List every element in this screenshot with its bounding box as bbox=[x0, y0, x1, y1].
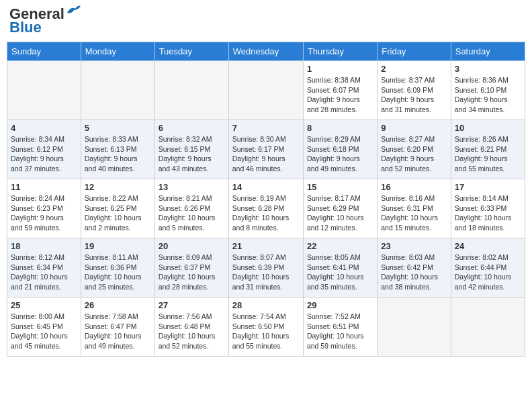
calendar-cell: 29Sunrise: 7:52 AM Sunset: 6:51 PM Dayli… bbox=[303, 298, 377, 357]
day-info: Sunrise: 8:17 AM Sunset: 6:29 PM Dayligh… bbox=[307, 193, 373, 233]
calendar-cell: 24Sunrise: 8:02 AM Sunset: 6:44 PM Dayli… bbox=[451, 238, 525, 298]
calendar-week-row: 1Sunrise: 8:38 AM Sunset: 6:07 PM Daylig… bbox=[7, 61, 525, 120]
calendar-week-row: 4Sunrise: 8:34 AM Sunset: 6:12 PM Daylig… bbox=[7, 120, 525, 179]
day-number: 11 bbox=[11, 182, 77, 192]
logo-bird-icon bbox=[66, 5, 81, 15]
calendar-cell: 8Sunrise: 8:29 AM Sunset: 6:18 PM Daylig… bbox=[303, 120, 377, 179]
day-number: 17 bbox=[455, 182, 521, 192]
logo-blue: Blue bbox=[9, 19, 42, 36]
day-info: Sunrise: 8:33 AM Sunset: 6:13 PM Dayligh… bbox=[85, 134, 151, 174]
day-number: 1 bbox=[307, 64, 373, 74]
calendar-cell: 4Sunrise: 8:34 AM Sunset: 6:12 PM Daylig… bbox=[7, 120, 81, 179]
day-number: 19 bbox=[85, 241, 151, 251]
day-number: 18 bbox=[11, 241, 77, 251]
day-number: 15 bbox=[307, 182, 373, 192]
calendar-cell bbox=[7, 61, 81, 120]
calendar-cell: 20Sunrise: 8:09 AM Sunset: 6:37 PM Dayli… bbox=[154, 238, 228, 298]
day-number: 5 bbox=[85, 123, 151, 133]
day-info: Sunrise: 8:16 AM Sunset: 6:31 PM Dayligh… bbox=[381, 193, 447, 233]
day-info: Sunrise: 8:02 AM Sunset: 6:44 PM Dayligh… bbox=[455, 253, 521, 292]
day-number: 12 bbox=[85, 182, 151, 192]
calendar-cell: 6Sunrise: 8:32 AM Sunset: 6:15 PM Daylig… bbox=[154, 120, 228, 179]
day-info: Sunrise: 8:34 AM Sunset: 6:12 PM Dayligh… bbox=[11, 134, 77, 174]
calendar-cell: 22Sunrise: 8:05 AM Sunset: 6:41 PM Dayli… bbox=[303, 238, 377, 298]
day-info: Sunrise: 8:21 AM Sunset: 6:26 PM Dayligh… bbox=[159, 193, 225, 233]
day-number: 21 bbox=[232, 241, 300, 251]
day-info: Sunrise: 8:29 AM Sunset: 6:18 PM Dayligh… bbox=[307, 134, 373, 174]
calendar-cell: 18Sunrise: 8:12 AM Sunset: 6:34 PM Dayli… bbox=[7, 238, 81, 298]
day-info: Sunrise: 8:27 AM Sunset: 6:20 PM Dayligh… bbox=[381, 134, 447, 174]
calendar-cell bbox=[378, 298, 451, 357]
day-info: Sunrise: 8:03 AM Sunset: 6:42 PM Dayligh… bbox=[381, 253, 447, 292]
day-number: 25 bbox=[11, 300, 77, 310]
calendar-week-row: 18Sunrise: 8:12 AM Sunset: 6:34 PM Dayli… bbox=[7, 238, 525, 298]
day-info: Sunrise: 8:12 AM Sunset: 6:34 PM Dayligh… bbox=[11, 253, 77, 292]
calendar-cell bbox=[154, 61, 228, 120]
day-number: 7 bbox=[232, 123, 300, 133]
calendar-cell: 21Sunrise: 8:07 AM Sunset: 6:39 PM Dayli… bbox=[228, 238, 303, 298]
column-header-monday: Monday bbox=[81, 42, 154, 61]
day-info: Sunrise: 8:30 AM Sunset: 6:17 PM Dayligh… bbox=[232, 134, 300, 174]
calendar-cell: 7Sunrise: 8:30 AM Sunset: 6:17 PM Daylig… bbox=[228, 120, 303, 179]
calendar-cell: 5Sunrise: 8:33 AM Sunset: 6:13 PM Daylig… bbox=[81, 120, 154, 179]
day-info: Sunrise: 7:52 AM Sunset: 6:51 PM Dayligh… bbox=[307, 312, 373, 351]
day-info: Sunrise: 7:56 AM Sunset: 6:48 PM Dayligh… bbox=[159, 312, 225, 351]
column-header-saturday: Saturday bbox=[451, 42, 525, 61]
calendar-cell: 1Sunrise: 8:38 AM Sunset: 6:07 PM Daylig… bbox=[303, 61, 377, 120]
day-number: 10 bbox=[455, 123, 521, 133]
calendar-cell: 14Sunrise: 8:19 AM Sunset: 6:28 PM Dayli… bbox=[228, 179, 303, 238]
day-number: 20 bbox=[159, 241, 225, 251]
day-number: 2 bbox=[381, 64, 447, 74]
day-info: Sunrise: 7:54 AM Sunset: 6:50 PM Dayligh… bbox=[232, 312, 300, 351]
day-info: Sunrise: 8:05 AM Sunset: 6:41 PM Dayligh… bbox=[307, 253, 373, 292]
column-header-tuesday: Tuesday bbox=[154, 42, 228, 61]
day-info: Sunrise: 8:22 AM Sunset: 6:25 PM Dayligh… bbox=[85, 193, 151, 233]
day-number: 14 bbox=[232, 182, 300, 192]
calendar-table: SundayMondayTuesdayWednesdayThursdayFrid… bbox=[7, 42, 525, 357]
calendar-cell: 25Sunrise: 8:00 AM Sunset: 6:45 PM Dayli… bbox=[7, 298, 81, 357]
day-number: 6 bbox=[159, 123, 225, 133]
calendar-cell: 28Sunrise: 7:54 AM Sunset: 6:50 PM Dayli… bbox=[228, 298, 303, 357]
day-info: Sunrise: 8:11 AM Sunset: 6:36 PM Dayligh… bbox=[85, 253, 151, 292]
calendar-cell: 19Sunrise: 8:11 AM Sunset: 6:36 PM Dayli… bbox=[81, 238, 154, 298]
day-info: Sunrise: 8:07 AM Sunset: 6:39 PM Dayligh… bbox=[232, 253, 300, 292]
column-header-sunday: Sunday bbox=[7, 42, 81, 61]
day-number: 13 bbox=[159, 182, 225, 192]
calendar-cell: 16Sunrise: 8:16 AM Sunset: 6:31 PM Dayli… bbox=[378, 179, 451, 238]
calendar-cell: 11Sunrise: 8:24 AM Sunset: 6:23 PM Dayli… bbox=[7, 179, 81, 238]
day-number: 27 bbox=[159, 300, 225, 310]
day-number: 4 bbox=[11, 123, 77, 133]
day-number: 3 bbox=[455, 64, 521, 74]
day-number: 9 bbox=[381, 123, 447, 133]
logo: General Blue bbox=[9, 7, 81, 36]
calendar-cell: 10Sunrise: 8:26 AM Sunset: 6:21 PM Dayli… bbox=[451, 120, 525, 179]
calendar-cell bbox=[451, 298, 525, 357]
day-info: Sunrise: 8:36 AM Sunset: 6:10 PM Dayligh… bbox=[455, 75, 521, 115]
calendar-cell: 17Sunrise: 8:14 AM Sunset: 6:33 PM Dayli… bbox=[451, 179, 525, 238]
day-info: Sunrise: 8:09 AM Sunset: 6:37 PM Dayligh… bbox=[159, 253, 225, 292]
day-info: Sunrise: 8:32 AM Sunset: 6:15 PM Dayligh… bbox=[159, 134, 225, 174]
day-number: 29 bbox=[307, 300, 373, 310]
day-info: Sunrise: 8:37 AM Sunset: 6:09 PM Dayligh… bbox=[381, 75, 447, 115]
day-number: 26 bbox=[85, 300, 151, 310]
calendar-cell: 12Sunrise: 8:22 AM Sunset: 6:25 PM Dayli… bbox=[81, 179, 154, 238]
day-number: 22 bbox=[307, 241, 373, 251]
day-number: 16 bbox=[381, 182, 447, 192]
calendar-cell: 3Sunrise: 8:36 AM Sunset: 6:10 PM Daylig… bbox=[451, 61, 525, 120]
day-info: Sunrise: 8:14 AM Sunset: 6:33 PM Dayligh… bbox=[455, 193, 521, 233]
column-header-thursday: Thursday bbox=[303, 42, 377, 61]
day-number: 28 bbox=[232, 300, 300, 310]
page-header: General Blue bbox=[7, 7, 525, 36]
day-info: Sunrise: 8:19 AM Sunset: 6:28 PM Dayligh… bbox=[232, 193, 300, 233]
day-number: 8 bbox=[307, 123, 373, 133]
day-number: 24 bbox=[455, 241, 521, 251]
calendar-header-row: SundayMondayTuesdayWednesdayThursdayFrid… bbox=[7, 42, 525, 61]
calendar-cell: 26Sunrise: 7:58 AM Sunset: 6:47 PM Dayli… bbox=[81, 298, 154, 357]
day-info: Sunrise: 8:26 AM Sunset: 6:21 PM Dayligh… bbox=[455, 134, 521, 174]
day-info: Sunrise: 7:58 AM Sunset: 6:47 PM Dayligh… bbox=[85, 312, 151, 351]
calendar-cell: 23Sunrise: 8:03 AM Sunset: 6:42 PM Dayli… bbox=[378, 238, 451, 298]
calendar-cell: 13Sunrise: 8:21 AM Sunset: 6:26 PM Dayli… bbox=[154, 179, 228, 238]
day-info: Sunrise: 8:00 AM Sunset: 6:45 PM Dayligh… bbox=[11, 312, 77, 351]
column-header-wednesday: Wednesday bbox=[228, 42, 303, 61]
day-info: Sunrise: 8:38 AM Sunset: 6:07 PM Dayligh… bbox=[307, 75, 373, 115]
